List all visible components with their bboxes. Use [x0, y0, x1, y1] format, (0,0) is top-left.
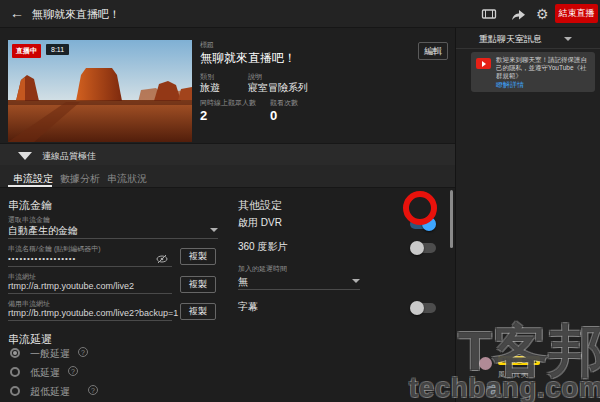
chevron-down-icon[interactable] [564, 37, 572, 41]
tab-analytics[interactable]: 數據分析 [60, 172, 100, 186]
chat-welcome-text: 歡迎來到聊天室！請記得保護自己的隱私，並遵守YouTube《社群規範》 [496, 56, 591, 80]
stream-key-field-label: 串流名稱/金鑰 (貼到編碼器中) [8, 244, 101, 254]
film-strip-icon[interactable] [481, 6, 497, 22]
chat-sidebar: 重點聊天室訊息 歡迎來到聊天室！請記得保護自己的隱私，並遵守YouTube《社群… [455, 28, 600, 402]
live-badge: 直播中 [12, 44, 41, 58]
added-delay-label: 加入的延遲時間 [238, 264, 287, 274]
video-preview[interactable]: 直播中 8:11 [8, 40, 192, 142]
stream-key-heading: 串流金鑰 [8, 198, 52, 213]
captions-toggle[interactable] [410, 303, 436, 313]
help-icon[interactable] [78, 347, 88, 357]
backup-url-value: rtmp://b.rtmp.youtube.com/live2?backup=1 [8, 308, 178, 318]
main-panel: 直播中 8:11 標題 無聊就來直播吧！ 編輯 類別 旅遊 說明 寢室冒險系列 … [0, 28, 455, 402]
play-icon [482, 61, 486, 67]
radio-ultra-low-latency[interactable] [10, 386, 20, 396]
chat-owner-username[interactable]: Mike_Sma [498, 356, 540, 365]
avatar[interactable] [486, 384, 497, 395]
back-icon[interactable]: ← [10, 5, 24, 21]
other-settings-heading: 其他設定 [238, 198, 282, 213]
divider [8, 293, 172, 294]
captions-label: 字幕 [238, 300, 258, 314]
category-value: 旅遊 [200, 81, 220, 95]
radio-normal-latency-label: 一般延遲 [30, 347, 70, 361]
radio-ultra-low-latency-label: 超低延遲 [30, 385, 70, 399]
tab-stream-settings[interactable]: 串流設定 [13, 172, 53, 186]
edit-button[interactable]: 編輯 [418, 42, 448, 60]
views-label: 觀看次數 [270, 98, 298, 108]
share-icon[interactable] [511, 7, 527, 23]
stream-key-select[interactable]: 自動產生的金鑰 [8, 224, 78, 238]
help-icon[interactable] [68, 366, 78, 376]
concurrent-viewers-label: 同時線上觀眾人數 [200, 98, 256, 108]
views-value: 0 [270, 108, 277, 123]
radio-low-latency[interactable] [10, 367, 20, 377]
learn-more-link[interactable]: 瞭解詳情 [496, 80, 524, 90]
live-control-room: ← 無聊就來直播吧！ ⚙ 結束直播 [0, 0, 600, 402]
gear-icon[interactable]: ⚙ [536, 6, 549, 22]
radio-low-latency-label: 低延遲 [30, 366, 60, 380]
connection-strip: 連線品質極佳 [0, 143, 455, 165]
tab-stream-health[interactable]: 串流狀況 [107, 172, 147, 186]
divider [8, 238, 218, 239]
chat-message-text: 風景真美… [498, 370, 536, 380]
active-tab-underline [8, 185, 52, 187]
elapsed-time-badge: 8:11 [46, 44, 69, 55]
annotation-red-circle [403, 191, 437, 225]
chevron-down-icon[interactable] [352, 279, 360, 283]
tab-bar: 串流設定 數據分析 串流狀況 [0, 165, 455, 188]
video360-label: 360 度影片 [238, 240, 287, 254]
stream-title-topbar: 無聊就來直播吧！ [32, 7, 120, 22]
copy-backup-button[interactable]: 複製 [180, 303, 216, 320]
chevron-down-icon[interactable] [210, 228, 218, 232]
title-label: 標題 [200, 40, 214, 50]
divider [238, 289, 360, 290]
scrollbar-thumb[interactable] [450, 190, 453, 248]
latency-heading: 串流延遲 [8, 332, 52, 347]
stream-url-value: rtmp://a.rtmp.youtube.com/live2 [8, 281, 134, 291]
video360-toggle[interactable] [410, 243, 436, 253]
end-stream-button[interactable]: 結束直播 [555, 4, 598, 23]
copy-url-button[interactable]: 複製 [180, 276, 216, 293]
connection-status: 連線品質極佳 [42, 150, 96, 163]
video-title: 無聊就來直播吧！ [200, 50, 296, 67]
help-icon[interactable] [88, 385, 98, 395]
chat-mode-select[interactable]: 重點聊天室訊息 [479, 33, 542, 46]
masked-stream-key: •••••••••••••••••• [8, 254, 76, 263]
avatar[interactable] [479, 357, 492, 370]
divider [456, 48, 600, 49]
divider [8, 320, 172, 321]
youtube-icon [476, 58, 491, 69]
divider [8, 266, 172, 267]
chat-welcome-card: 歡迎來到聊天室！請記得保護自己的隱私，並遵守YouTube《社群規範》 瞭解詳情 [471, 52, 595, 92]
connection-quality-icon [18, 152, 32, 160]
stream-settings-panel: 串流金鑰 選取串流金鑰 自動產生的金鑰 串流名稱/金鑰 (貼到編碼器中) •••… [0, 188, 455, 402]
copy-key-button[interactable]: 複製 [180, 248, 216, 265]
added-delay-select[interactable]: 無 [238, 275, 248, 289]
top-app-bar: ← 無聊就來直播吧！ ⚙ 結束直播 [0, 0, 600, 28]
concurrent-viewers-value: 2 [200, 108, 207, 123]
radio-normal-latency[interactable] [10, 348, 20, 358]
dvr-label: 啟用 DVR [238, 216, 282, 230]
description-value: 寢室冒險系列 [248, 81, 308, 95]
